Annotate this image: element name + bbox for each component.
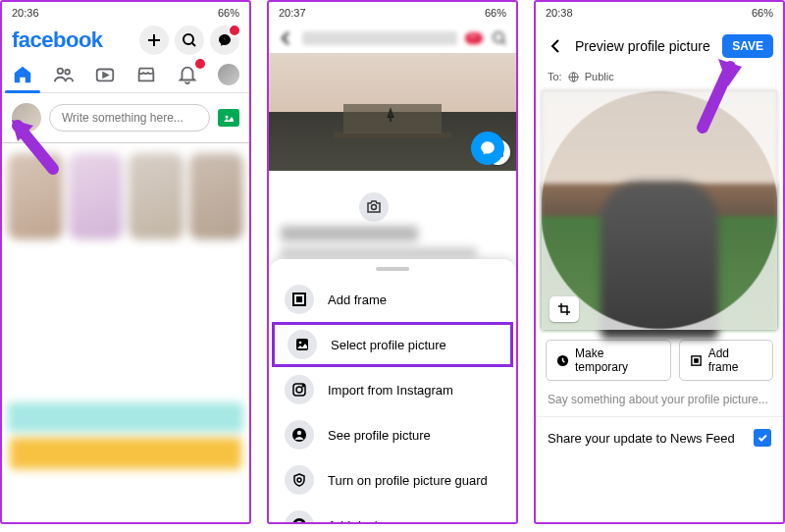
svg-point-5 [226, 116, 229, 119]
story-card[interactable] [129, 153, 183, 239]
notif-badge: 9+ [465, 32, 483, 44]
promo-banner [8, 402, 243, 432]
search-button[interactable] [175, 26, 204, 55]
menu-label: Select profile picture [331, 338, 446, 352]
app-header: facebook [2, 24, 249, 57]
profile-header: 9+ [269, 24, 516, 53]
tab-home[interactable] [9, 61, 36, 88]
svg-point-10 [372, 205, 377, 210]
menu-import-instagram[interactable]: Import from Instagram [269, 367, 516, 412]
svg-rect-28 [694, 358, 699, 363]
menu-label: Add frame [328, 293, 387, 307]
screen-profile-menu: 20:37 66% 9+ Add frame Select profile pi… [267, 0, 518, 524]
header-actions [139, 26, 239, 55]
picture-preview[interactable] [542, 90, 777, 330]
caption-input[interactable]: Say something about your profile picture… [536, 387, 783, 417]
tab-marketplace[interactable] [132, 61, 160, 88]
compose-input[interactable]: Write something here... [49, 104, 210, 132]
sheet-handle[interactable] [376, 267, 409, 271]
search-icon[interactable] [491, 29, 508, 47]
svg-point-20 [297, 478, 301, 482]
status-battery: 66% [752, 7, 773, 19]
notif-dot [228, 24, 241, 37]
crop-button[interactable] [550, 296, 579, 322]
svg-point-1 [58, 69, 64, 75]
compose-bar: Write something here... [2, 93, 249, 143]
add-button[interactable] [139, 26, 169, 55]
notif-dot [195, 59, 205, 69]
shield-icon [291, 472, 307, 488]
chip-label: Add frame [708, 346, 762, 374]
svg-point-19 [297, 431, 301, 435]
add-frame-button[interactable]: Add frame [679, 340, 773, 381]
nav-tabs [2, 57, 249, 93]
menu-label: See profile picture [328, 428, 431, 443]
watch-icon [94, 64, 116, 85]
photo-icon [222, 112, 236, 124]
svg-point-0 [183, 34, 193, 44]
preview-header: Preview profile picture SAVE [536, 24, 783, 69]
plus-icon [146, 32, 162, 48]
status-battery: 66% [218, 7, 239, 19]
messenger-button[interactable] [210, 26, 239, 55]
to-value: Public [585, 71, 614, 82]
cover-content [334, 88, 451, 167]
svg-point-14 [299, 342, 302, 345]
back-icon[interactable] [546, 36, 565, 56]
svg-rect-8 [343, 104, 442, 133]
design-icon [291, 517, 307, 524]
globe-icon [568, 72, 579, 82]
menu-see-picture[interactable]: See profile picture [269, 412, 516, 457]
search-icon [182, 32, 197, 48]
status-time: 20:37 [279, 7, 306, 19]
share-checkbox[interactable] [754, 429, 771, 447]
menu-add-design[interactable]: Add design [269, 503, 516, 524]
feed-post [2, 251, 249, 399]
add-photo-button[interactable] [218, 109, 239, 127]
story-card[interactable] [8, 153, 63, 239]
page-title: Preview profile picture [575, 38, 712, 54]
make-temporary-button[interactable]: Make temporary [546, 340, 671, 381]
to-label: To: [548, 71, 562, 82]
audience-selector[interactable]: To: Public [536, 69, 783, 84]
back-icon[interactable] [277, 29, 294, 47]
share-to-feed-row[interactable]: Share your update to News Feed [536, 417, 783, 458]
status-bar: 20:36 66% [2, 2, 249, 24]
bottom-sheet: Add frame Select profile picture Import … [269, 259, 516, 522]
tab-notifications[interactable] [174, 61, 201, 88]
tab-menu[interactable] [215, 61, 242, 88]
instagram-icon [291, 382, 307, 398]
svg-point-2 [65, 70, 70, 75]
profile-avatar[interactable] [12, 103, 41, 133]
edit-profile-pic-button[interactable] [359, 192, 389, 222]
promo-button[interactable] [10, 438, 241, 469]
menu-select-picture[interactable]: Select profile picture [272, 322, 513, 367]
menu-label: Import from Instagram [328, 383, 453, 398]
save-button[interactable]: SAVE [722, 34, 773, 58]
profile-name-blurred [302, 31, 457, 45]
messenger-icon [479, 139, 497, 157]
check-icon [757, 432, 768, 444]
person-icon [291, 427, 307, 443]
menu-picture-guard[interactable]: Turn on profile picture guard [269, 457, 516, 503]
svg-point-17 [302, 385, 304, 387]
marketplace-icon [135, 64, 157, 85]
status-battery: 66% [485, 7, 506, 19]
story-card[interactable] [189, 153, 244, 239]
status-time: 20:36 [12, 7, 39, 19]
clock-icon [556, 354, 569, 367]
svg-rect-12 [296, 296, 302, 302]
tab-friends[interactable] [50, 61, 78, 88]
menu-label: Turn on profile picture guard [328, 473, 488, 488]
messenger-badge[interactable] [471, 132, 504, 165]
crop-icon [557, 302, 571, 316]
menu-add-frame[interactable]: Add frame [269, 277, 516, 322]
frame-icon [291, 292, 307, 307]
status-bar: 20:37 66% [269, 2, 516, 24]
frame-icon [690, 354, 703, 367]
svg-point-6 [494, 32, 503, 42]
chip-label: Make temporary [575, 346, 660, 374]
tab-watch[interactable] [91, 61, 119, 88]
story-card[interactable] [69, 153, 124, 239]
home-icon [12, 64, 33, 85]
